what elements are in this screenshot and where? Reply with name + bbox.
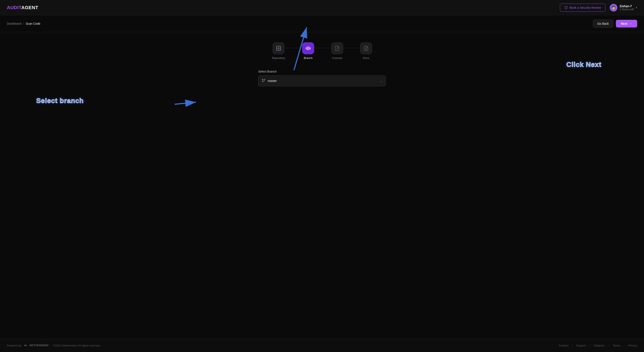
step-connector-1 — [285, 48, 302, 48]
chevron-down-icon: ▾ — [636, 6, 637, 9]
repository-icon — [276, 45, 281, 51]
branch-select-wrapper: master ⌄ — [258, 75, 386, 86]
branch-icon — [306, 45, 311, 51]
step-icon-docs — [360, 42, 372, 54]
go-back-button[interactable]: Go Back — [593, 19, 613, 28]
user-details: Zishan-7 2 Scans Left — [620, 4, 634, 11]
nethermind-icon — [23, 343, 28, 348]
logo-agent: AGENT — [21, 5, 38, 10]
user-avatar: 🧑 — [610, 4, 618, 11]
step-icon-repository — [272, 42, 284, 54]
svg-point-4 — [278, 48, 280, 49]
step-contract: Contract — [331, 42, 343, 60]
footer-dot-5: • — [624, 344, 625, 347]
select-chevron-icon: ⌄ — [380, 79, 382, 83]
footer-support-label: Support — [576, 344, 586, 347]
footer-company: NETHERMIND — [30, 344, 49, 347]
breadcrumb-dashboard[interactable]: Dashboard — [7, 22, 22, 25]
next-label: Next — [621, 22, 628, 25]
footer-dot-4: • — [608, 344, 610, 347]
footer-dot-1: • — [50, 344, 52, 347]
logo-audit: AUDIT — [7, 5, 21, 10]
step-label-branch: Branch — [304, 56, 312, 60]
step-docs: Docs — [360, 42, 372, 60]
book-security-button[interactable]: Book a Security Review — [560, 3, 606, 12]
header-right: Book a Security Review 🧑 Zishan-7 2 Scan… — [560, 3, 637, 12]
select-left: master — [262, 78, 277, 83]
footer-right: Contact • Support • Telegram • Terms • P… — [559, 344, 637, 347]
book-security-label: Book a Security Review — [570, 6, 601, 9]
footer-terms-label: Terms — [613, 344, 620, 347]
user-scans: 2 Scans Left — [620, 8, 634, 11]
step-label-repository: Repository — [272, 56, 285, 60]
step-connector-3 — [343, 48, 360, 48]
action-bar: Dashboard / Scan Code Go Back Next → — [0, 15, 644, 32]
footer-link-contact[interactable]: Contact — [559, 344, 568, 347]
footer-link-telegram[interactable]: Telegram — [594, 344, 605, 347]
footer-dot-3: • — [589, 344, 590, 347]
footer-privacy-label: Privacy — [628, 344, 637, 347]
footer-contact-label: Contact — [559, 344, 568, 347]
step-connector-2 — [314, 48, 331, 48]
footer-link-terms[interactable]: Terms — [613, 344, 620, 347]
footer-left: Powered by NETHERMIND • ©2024 Nethermind… — [7, 343, 100, 348]
logo: AUDITAGENT — [7, 5, 38, 10]
footer-telegram-label: Telegram — [594, 344, 605, 347]
step-branch: Branch — [302, 42, 314, 60]
user-name: Zishan-7 — [620, 4, 634, 8]
step-repository: Repository — [272, 42, 285, 60]
step-label-contract: Contract — [332, 56, 342, 60]
svg-point-12 — [264, 79, 265, 80]
shield-icon — [564, 6, 568, 9]
go-back-label: Go Back — [597, 22, 609, 25]
user-menu[interactable]: 🧑 Zishan-7 2 Scans Left ▾ — [610, 4, 637, 11]
form-container: Select Branch master ⌄ — [258, 70, 386, 86]
next-arrow-icon: → — [629, 22, 632, 25]
breadcrumb: Dashboard / Scan Code — [7, 22, 40, 25]
svg-rect-3 — [276, 46, 281, 50]
breadcrumb-separator: / — [23, 22, 24, 25]
branch-value: master — [268, 79, 277, 83]
docs-icon — [363, 45, 369, 51]
step-label-docs: Docs — [363, 56, 369, 60]
footer: Powered by NETHERMIND • ©2024 Nethermind… — [0, 339, 644, 352]
select-branch-label: Select Branch — [258, 70, 386, 73]
next-button[interactable]: Next → — [616, 20, 637, 27]
footer-link-support[interactable]: Support — [576, 344, 586, 347]
footer-link-privacy[interactable]: Privacy — [628, 344, 637, 347]
branch-select-icon — [262, 78, 266, 83]
header: AUDITAGENT Book a Security Review 🧑 Zish… — [0, 0, 644, 15]
svg-point-13 — [262, 81, 263, 82]
step-icon-branch — [302, 42, 314, 54]
git-branch-icon — [262, 78, 266, 82]
action-buttons: Go Back Next → — [593, 19, 637, 28]
footer-copyright: ©2024 Nethermind. All rights reserved — [53, 344, 100, 347]
breadcrumb-current: Scan Code — [26, 22, 40, 25]
footer-dot-2: • — [572, 344, 573, 347]
nethermind-logo — [23, 343, 28, 348]
step-icon-contract — [331, 42, 343, 54]
main-content: Repository Branch — [0, 32, 644, 339]
footer-powered-by: Powered by — [7, 344, 22, 347]
branch-select[interactable]: master ⌄ — [258, 75, 386, 86]
contract-icon — [334, 45, 340, 51]
steps-container: Repository Branch — [272, 42, 372, 60]
